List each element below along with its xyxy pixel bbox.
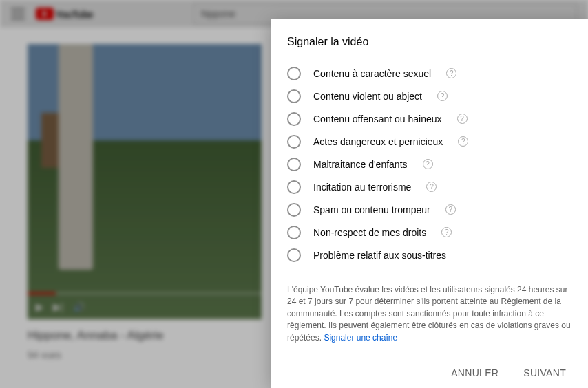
report-option-label: Problème relatif aux sous-titres <box>313 250 446 261</box>
report-option[interactable]: Contenu à caractère sexuel? <box>287 62 571 85</box>
cancel-button[interactable]: ANNULER <box>451 367 498 378</box>
radio-icon[interactable] <box>287 226 301 239</box>
report-option-label: Incitation au terrorisme <box>313 182 411 193</box>
report-video-dialog: Signaler la vidéo Contenu à caractère se… <box>271 19 588 388</box>
help-icon[interactable]: ? <box>426 182 437 192</box>
report-option[interactable]: Problème relatif aux sous-titres <box>287 244 571 266</box>
report-option-label: Contenu violent ou abject <box>313 91 422 102</box>
disclaimer-text: L'équipe YouTube évalue les vidéos et le… <box>287 284 571 344</box>
dialog-actions: ANNULER SUIVANT <box>287 354 571 388</box>
next-button[interactable]: SUIVANT <box>523 367 566 378</box>
radio-icon[interactable] <box>287 67 301 80</box>
report-option[interactable]: Spam ou contenu trompeur? <box>287 198 571 221</box>
radio-icon[interactable] <box>287 135 301 149</box>
report-option-label: Maltraitance d'enfants <box>313 159 408 170</box>
report-option[interactable]: Incitation au terrorisme? <box>287 175 571 198</box>
report-option[interactable]: Non-respect de mes droits? <box>287 221 571 244</box>
report-options-list: Contenu à caractère sexuel?Contenu viole… <box>287 62 571 266</box>
radio-icon[interactable] <box>287 203 301 217</box>
report-channel-link[interactable]: Signaler une chaîne <box>324 333 397 343</box>
help-icon[interactable]: ? <box>446 68 456 78</box>
report-option[interactable]: Contenu violent ou abject? <box>287 85 571 107</box>
report-option-label: Contenu offensant ou haineux <box>313 114 442 125</box>
report-option-label: Contenu à caractère sexuel <box>313 68 431 79</box>
radio-icon[interactable] <box>287 158 301 171</box>
report-option[interactable]: Contenu offensant ou haineux? <box>287 107 571 130</box>
report-option-label: Actes dangereux et pernicieux <box>313 136 443 147</box>
help-icon[interactable]: ? <box>437 91 448 101</box>
dialog-title: Signaler la vidéo <box>287 36 571 48</box>
report-option[interactable]: Maltraitance d'enfants? <box>287 153 571 175</box>
radio-icon[interactable] <box>287 112 301 126</box>
help-icon[interactable]: ? <box>457 114 468 124</box>
radio-icon[interactable] <box>287 180 301 194</box>
radio-icon[interactable] <box>287 89 301 103</box>
radio-icon[interactable] <box>287 248 301 262</box>
help-icon[interactable]: ? <box>458 136 468 147</box>
report-option[interactable]: Actes dangereux et pernicieux? <box>287 130 571 153</box>
help-icon[interactable]: ? <box>423 159 433 169</box>
help-icon[interactable]: ? <box>441 227 452 237</box>
help-icon[interactable]: ? <box>445 204 456 215</box>
report-option-label: Spam ou contenu trompeur <box>313 204 430 215</box>
report-option-label: Non-respect de mes droits <box>313 227 426 238</box>
